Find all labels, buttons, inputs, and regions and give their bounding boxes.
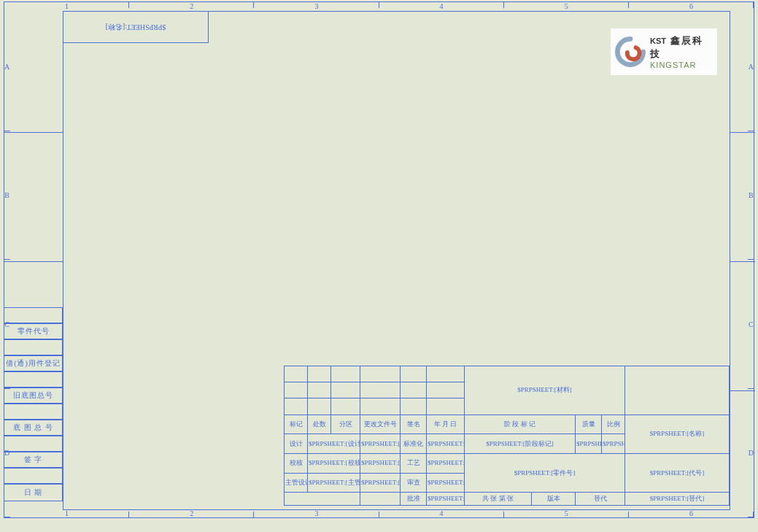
hdr-mark: 标记: [285, 415, 308, 434]
ruler-tick: B: [4, 131, 9, 261]
ruler-tick: 5: [504, 2, 629, 10]
ruler-tick: D: [749, 389, 754, 518]
lbl-review: 审查: [401, 473, 427, 493]
logo-kst: KST: [650, 36, 666, 45]
hdr-date: 年 月 日: [427, 415, 465, 434]
left-blank: [4, 404, 63, 420]
logo-text: KST 鑫辰科技 KINGSTAR: [650, 34, 713, 69]
ruler-tick: 3: [254, 2, 379, 10]
ruler-tick: 2: [129, 509, 254, 517]
title-block: $PRPSHEET:[材料] 标记 处数 分区 更改文件号 签名 年 月 日 阶…: [284, 366, 729, 506]
hdr-qty: 处数: [308, 415, 331, 434]
left-blank: [4, 436, 63, 452]
zone-divider: [730, 390, 755, 391]
zone-divider: [4, 132, 63, 133]
val-chief-date: $PRPSHEET:[主管设计日期]: [360, 473, 401, 493]
val-stage: $PRPSHEET:[阶段标记]: [465, 434, 576, 454]
ruler-tick: 1: [4, 509, 129, 517]
ruler-tick: B: [749, 131, 754, 261]
logo-en: KINGSTAR: [650, 61, 713, 69]
hdr-sign: 签名: [401, 415, 427, 434]
drawing-frame: 1 2 3 4 5 6 1 2 3 4 5 6 A B C D A B C D …: [4, 1, 754, 518]
val-chief: $PRPSHEET:[主管设计]: [308, 473, 360, 493]
ruler-tick: 5: [504, 509, 629, 517]
blank-right: [625, 366, 730, 415]
val-proc: $PRPSHEET:[工艺]: [427, 453, 465, 473]
label-old-drawing-no: 旧底图总号: [4, 388, 63, 404]
hdr-scale: 比例: [602, 415, 625, 434]
val-check: $PRPSHEET:[校核]: [308, 453, 360, 473]
ruler-tick: 3: [254, 509, 379, 517]
val-std: $PRPSHEET:[标准化]: [427, 434, 465, 454]
lbl-ver: 版本: [532, 493, 576, 506]
title-mirrored-box: $PRPSHEET:[名称]: [63, 11, 209, 43]
ruler-bottom: 1 2 3 4 5 6: [4, 509, 754, 517]
val-partno: $PRPSHEET:[零件号]: [465, 453, 625, 492]
lbl-replace: 替代: [576, 493, 625, 506]
company-logo: KST 鑫辰科技 KINGSTAR: [611, 28, 717, 75]
zone-divider: [730, 132, 755, 133]
label-part-code: 零件代号: [4, 323, 63, 339]
mirrored-name-field: $PRPSHEET:[名称]: [106, 22, 166, 32]
left-blank: [4, 307, 63, 323]
ruler-tick: C: [749, 260, 754, 389]
hdr-docno: 更改文件号: [360, 415, 401, 434]
lbl-check: 校核: [285, 453, 308, 473]
left-blank: [4, 468, 63, 484]
val-review: $PRPSHEET:[审查]: [427, 473, 465, 493]
ruler-tick: A: [749, 2, 754, 131]
val-approve: $PRPSHEET:[批准]: [427, 493, 465, 506]
lbl-sheet: 共 张 第 张: [465, 493, 532, 506]
zone-divider: [730, 261, 755, 262]
val-check-date: $PRPSHEET:[校核日期]: [360, 453, 401, 473]
hdr-mass: 质量: [576, 415, 602, 434]
label-drawing-no: 底 图 总 号: [4, 420, 63, 436]
ruler-tick: 4: [379, 2, 504, 10]
left-blank: [4, 371, 63, 388]
val-code: $PRPSHEET:[代号]: [625, 453, 730, 492]
zone-divider: [4, 261, 63, 262]
label-date: 日 期: [4, 484, 63, 501]
ruler-right: A B C D: [749, 2, 754, 517]
hdr-stage: 阶 段 标 记: [465, 415, 576, 434]
val-mass: $PRPSHEET:[质量]: [576, 434, 602, 454]
ruler-tick: 6: [629, 509, 754, 517]
ruler-tick: 1: [4, 2, 129, 10]
val-design: $PRPSHEET:[设计]: [308, 434, 360, 454]
lbl-proc: 工艺: [401, 453, 427, 473]
val-replace: $PRPSHEET:[替代]: [625, 493, 730, 506]
lbl-design: 设计: [285, 434, 308, 454]
lbl-approve: 批准: [401, 493, 427, 506]
ruler-tick: 4: [379, 509, 504, 517]
lbl-chief: 主管设计: [285, 473, 308, 493]
label-signature: 签 字: [4, 452, 63, 468]
lbl-std: 标准化: [401, 434, 427, 454]
hdr-zone: 分区: [331, 415, 360, 434]
ruler-top: 1 2 3 4 5 6: [4, 2, 754, 10]
val-scale: $PRPSHEET:[比例]: [602, 434, 625, 454]
ruler-tick: 2: [129, 2, 254, 10]
logo-swirl-icon: [615, 36, 646, 67]
ruler-tick: A: [4, 2, 9, 131]
val-design-date: $PRPSHEET:[设计日期]: [360, 434, 401, 454]
left-blank: [4, 339, 63, 355]
material-field: $PRPSHEET:[材料]: [465, 366, 625, 415]
name-field: $PRPSHEET:[名称]: [625, 415, 730, 453]
label-borrow-reg: 借(通)用件登记: [4, 355, 63, 371]
ruler-tick: 6: [629, 2, 754, 10]
